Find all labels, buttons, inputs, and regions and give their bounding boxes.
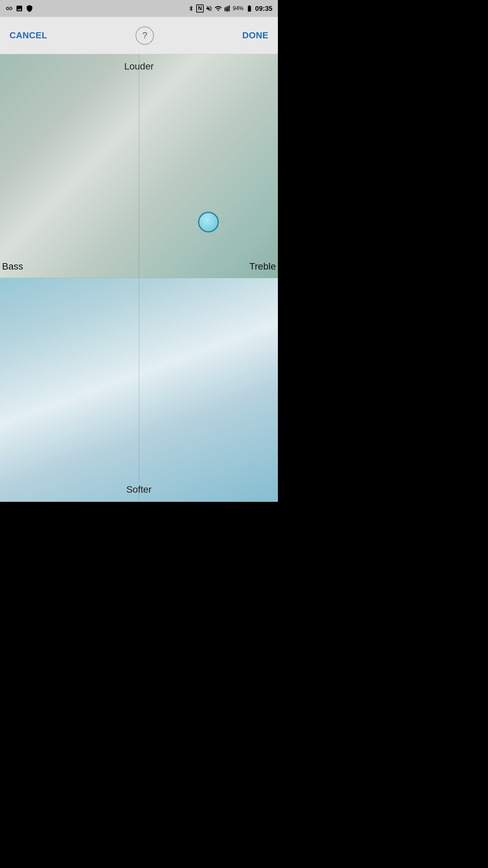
battery-icon [246,5,253,12]
wifi-icon [215,5,222,12]
battery-percentage: 94% [233,5,244,12]
status-bar: N 94% 09:35 [0,0,278,17]
link-icon [5,5,13,12]
image-icon [16,5,23,12]
svg-rect-0 [224,8,225,11]
equalizer-area[interactable]: Louder Bass Treble Softer [0,54,278,502]
lower-softer-zone[interactable]: Softer [0,278,278,502]
cancel-button[interactable]: CANCEL [8,27,48,43]
nfc-icon: N [196,4,204,13]
status-bar-right-icons: N 94% 09:35 [188,4,272,13]
bluetooth-icon [188,5,194,12]
vertical-axis-line [139,54,139,278]
vertical-axis-line-lower [139,278,139,502]
top-action-bar: CANCEL ? DONE [0,17,278,54]
svg-rect-2 [227,6,228,11]
signal-icon [224,5,231,12]
eq-control-point-inner [199,213,218,231]
help-button[interactable]: ? [136,26,154,45]
louder-label: Louder [124,61,154,72]
bass-label: Bass [2,261,23,272]
softer-label: Softer [126,484,152,495]
shield-icon [26,5,33,12]
svg-rect-3 [229,5,230,12]
svg-rect-1 [226,7,227,12]
done-button[interactable]: DONE [241,27,270,43]
eq-control-point[interactable] [198,212,219,232]
treble-label: Treble [249,261,276,272]
status-time: 09:35 [255,5,272,13]
upper-louder-zone[interactable]: Louder Bass Treble [0,54,278,278]
question-mark-icon: ? [142,30,147,41]
mute-icon [206,5,212,12]
status-bar-left-icons [5,5,33,12]
